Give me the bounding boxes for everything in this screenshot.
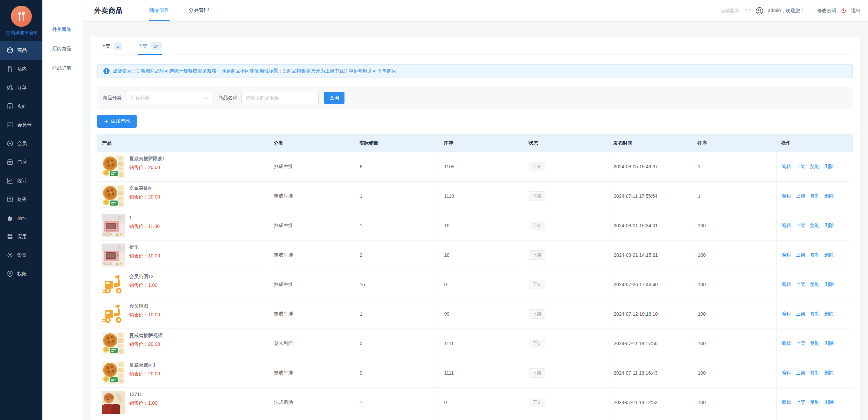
action-link[interactable]: 上架 [796, 223, 805, 229]
action-link[interactable]: 编辑 [782, 370, 791, 376]
product-price: 销售价：20.00 [129, 194, 160, 200]
sidebar-item-utensils[interactable]: 店内 [0, 60, 42, 78]
column-header: 发布时间 [609, 140, 693, 146]
sidebar-item-apps[interactable]: 应用 [0, 227, 42, 246]
action-link[interactable]: 删除 [824, 311, 834, 317]
store-icon [6, 159, 14, 166]
power-icon [841, 8, 847, 14]
sidebar-item-label: 店内 [17, 66, 27, 72]
sidebar-item-gear[interactable]: 设置 [0, 246, 42, 265]
cell-stock: 1111 [439, 358, 524, 387]
version-label: 当前版本：2.2 [721, 8, 751, 14]
tab-category-manage[interactable]: 分类管理 [189, 0, 209, 21]
product-price: 销售价：10.00 [129, 253, 160, 259]
action-link[interactable]: 删除 [824, 281, 834, 288]
sidebar-item-store[interactable]: 门店 [0, 153, 42, 171]
cell-sales: 0 [355, 329, 439, 358]
cell-status: 下架 [524, 388, 609, 417]
sidebar-item-label: 设置 [17, 252, 27, 258]
status-badge: 下架 [529, 162, 545, 171]
action-link[interactable]: 编辑 [782, 164, 791, 170]
action-link[interactable]: 编辑 [782, 223, 791, 229]
cell-status: 下架 [524, 182, 609, 211]
secondary-item-1[interactable]: 店内商品 [42, 39, 83, 58]
category-select-value: 所有分类 [130, 95, 149, 101]
action-link[interactable]: 复制 [810, 311, 820, 317]
action-link[interactable]: 复制 [810, 252, 820, 258]
cell-category: 法式例汤 [269, 388, 355, 417]
action-link[interactable]: 上架 [796, 252, 805, 258]
secondary-item-2[interactable]: 商品扩展 [42, 58, 83, 78]
action-link[interactable]: 复制 [810, 223, 820, 229]
cell-published: 2024-07-11 18:16:43 [609, 358, 693, 387]
add-product-button[interactable]: 添加产品 [97, 115, 137, 128]
tab-off-shelf[interactable]: 下架 24 [138, 42, 161, 55]
product-name: 12711 [129, 392, 157, 397]
cell-published: 2024-08-05 15:49:37 [609, 152, 693, 181]
sidebar-item-label: 权限 [17, 271, 27, 277]
action-link[interactable]: 编辑 [782, 340, 791, 346]
sidebar-item-finance[interactable]: 财务 [0, 190, 42, 209]
change-password-link[interactable]: 修改密码 [817, 8, 836, 14]
cell-sales: 1 [355, 182, 439, 211]
category-select[interactable]: 所有分类 [126, 92, 213, 104]
action-link[interactable]: 上架 [796, 370, 805, 376]
action-link[interactable]: 上架 [796, 340, 805, 346]
action-link[interactable]: 复制 [810, 399, 820, 405]
action-link[interactable]: 删除 [824, 340, 834, 346]
divider [811, 8, 811, 14]
action-link[interactable]: 复制 [810, 370, 820, 376]
filter-bar: 商品分类 所有分类 商品名称 查询 [97, 87, 853, 109]
action-link[interactable]: 删除 [824, 193, 834, 199]
product-name-input[interactable] [241, 92, 319, 104]
action-link[interactable]: 上架 [796, 164, 805, 170]
sidebar-item-member-card[interactable]: 会员卡 [0, 115, 42, 134]
column-header: 排序 [693, 140, 776, 146]
sidebar-item-label: 财务 [17, 196, 27, 203]
action-link[interactable]: 删除 [824, 399, 834, 405]
cell-actions: 编辑上架复制删除 [776, 329, 853, 358]
sidebar-item-scooter[interactable]: 订单 [0, 78, 42, 97]
action-link[interactable]: 上架 [796, 399, 805, 405]
action-link[interactable]: 上架 [796, 281, 805, 288]
action-link[interactable]: 删除 [824, 164, 834, 170]
cell-published: 2024-07-12 10:18:10 [609, 299, 693, 329]
cell-stock: 10 [439, 211, 524, 240]
action-link[interactable]: 上架 [796, 193, 805, 199]
search-button[interactable]: 查询 [324, 92, 344, 104]
table-row: 会员纯图12 销售价：1.00 熟成牛排 15 0 下架 2024-07-26 … [97, 270, 853, 299]
action-link[interactable]: 复制 [810, 340, 820, 346]
shield-icon [6, 270, 14, 277]
logout-link[interactable]: 退出 [851, 8, 861, 14]
action-link[interactable]: 上架 [796, 311, 805, 317]
action-link[interactable]: 复制 [810, 164, 820, 170]
tab-product-manage[interactable]: 商品管理 [149, 0, 170, 21]
cell-status [524, 417, 609, 420]
sidebar-item-document[interactable]: 页面 [0, 97, 42, 115]
sidebar-item-shield[interactable]: 权限 [0, 265, 42, 283]
action-link[interactable]: 编辑 [782, 311, 791, 317]
action-link[interactable]: 编辑 [782, 252, 791, 258]
main-area: 外卖商品 商品管理 分类管理 当前版本：2.2 admin，欢迎您！ 修改密码 … [83, 0, 868, 420]
action-link[interactable]: 删除 [824, 223, 834, 229]
action-link[interactable]: 复制 [810, 193, 820, 199]
sidebar-item-member[interactable]: 会员 [0, 134, 42, 153]
action-link[interactable]: 复制 [810, 281, 820, 288]
secondary-sidebar: 外卖商品店内商品商品扩展 [42, 0, 83, 420]
action-link[interactable]: 编辑 [782, 399, 791, 405]
scooter-icon [6, 84, 14, 91]
action-link[interactable]: 删除 [824, 252, 834, 258]
action-link[interactable]: 编辑 [782, 193, 791, 199]
sidebar-menu: 商品店内订单页面会员卡会员门店统计财务插件应用设置权限 [0, 41, 42, 283]
status-badge: 下架 [529, 221, 545, 230]
sidebar-item-plugin[interactable]: 插件 [0, 209, 42, 227]
page-title: 外卖商品 [83, 6, 123, 15]
sidebar-item-chart[interactable]: 统计 [0, 171, 42, 190]
action-link[interactable]: 删除 [824, 370, 834, 376]
action-link[interactable]: 编辑 [782, 281, 791, 288]
sidebar-item-label: 页面 [17, 103, 27, 109]
cell-stock: 1105 [439, 152, 524, 181]
tab-on-shelf[interactable]: 上架 5 [101, 42, 122, 55]
sidebar-item-cube[interactable]: 商品 [0, 41, 42, 60]
secondary-item-0[interactable]: 外卖商品 [42, 20, 83, 39]
